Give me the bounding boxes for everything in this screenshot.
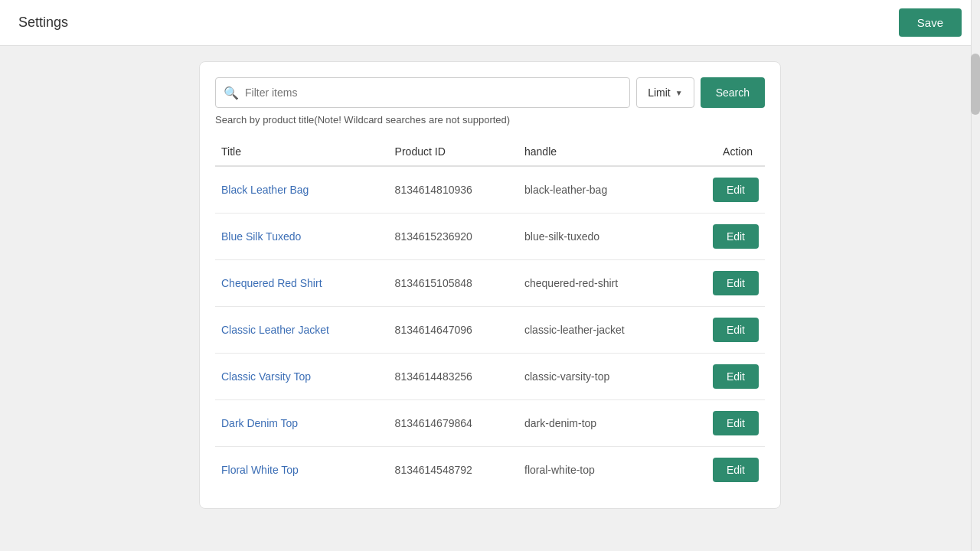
col-header-handle: handle	[518, 138, 681, 166]
table-row: Blue Silk Tuxedo8134615236920blue-silk-t…	[215, 214, 765, 260]
cell-handle: floral-white-top	[518, 447, 681, 494]
cell-title: Blue Silk Tuxedo	[215, 214, 389, 260]
table-row: Black Leather Bag8134614810936black-leat…	[215, 166, 765, 214]
edit-button[interactable]: Edit	[713, 458, 759, 482]
page-title: Settings	[18, 15, 68, 31]
table-row: Chequered Red Shirt8134615105848chequere…	[215, 260, 765, 307]
search-input-wrapper: 🔍	[215, 77, 630, 108]
table-row: Classic Varsity Top8134614483256classic-…	[215, 354, 765, 400]
cell-action: Edit	[681, 260, 765, 307]
header: Settings Save	[0, 0, 980, 46]
save-button[interactable]: Save	[899, 8, 962, 37]
cell-handle: classic-leather-jacket	[518, 307, 681, 354]
cell-action: Edit	[681, 354, 765, 400]
cell-title: Classic Varsity Top	[215, 354, 389, 400]
cell-product-id: 8134614679864	[389, 400, 518, 447]
cell-product-id: 8134614647096	[389, 307, 518, 354]
cell-action: Edit	[681, 214, 765, 260]
search-input[interactable]	[245, 86, 622, 99]
cell-handle: classic-varsity-top	[518, 354, 681, 400]
edit-button[interactable]: Edit	[713, 224, 759, 249]
cell-action: Edit	[681, 447, 765, 494]
cell-product-id: 8134614548792	[389, 447, 518, 494]
table-row: Dark Denim Top8134614679864dark-denim-to…	[215, 400, 765, 447]
cell-handle: blue-silk-tuxedo	[518, 214, 681, 260]
cell-title: Classic Leather Jacket	[215, 307, 389, 354]
edit-button[interactable]: Edit	[713, 271, 759, 295]
edit-button[interactable]: Edit	[713, 178, 759, 202]
edit-button[interactable]: Edit	[713, 411, 759, 435]
col-header-action: Action	[681, 138, 765, 166]
product-table: Title Product ID handle Action Black Lea…	[215, 138, 765, 493]
cell-handle: black-leather-bag	[518, 166, 681, 214]
limit-label: Limit	[648, 86, 671, 99]
col-header-product-id: Product ID	[389, 138, 518, 166]
edit-button[interactable]: Edit	[713, 364, 759, 389]
cell-action: Edit	[681, 307, 765, 354]
cell-title: Floral White Top	[215, 447, 389, 494]
cell-title: Black Leather Bag	[215, 166, 389, 214]
cell-action: Edit	[681, 400, 765, 447]
limit-dropdown-button[interactable]: Limit ▼	[636, 77, 694, 108]
cell-product-id: 8134614810936	[389, 166, 518, 214]
cell-title: Chequered Red Shirt	[215, 260, 389, 307]
search-icon: 🔍	[224, 86, 239, 100]
main-card: 🔍 Limit ▼ Search Search by product title…	[199, 61, 781, 509]
table-header: Title Product ID handle Action	[215, 138, 765, 166]
page-body: 🔍 Limit ▼ Search Search by product title…	[0, 46, 980, 524]
col-header-title: Title	[215, 138, 389, 166]
cell-handle: chequered-red-shirt	[518, 260, 681, 307]
cell-product-id: 8134614483256	[389, 354, 518, 400]
cell-product-id: 8134615105848	[389, 260, 518, 307]
scrollbar[interactable]	[971, 0, 980, 551]
search-row: 🔍 Limit ▼ Search	[215, 77, 765, 108]
table-row: Classic Leather Jacket8134614647096class…	[215, 307, 765, 354]
cell-handle: dark-denim-top	[518, 400, 681, 447]
scrollbar-thumb[interactable]	[971, 54, 980, 115]
table-row: Floral White Top8134614548792floral-whit…	[215, 447, 765, 494]
cell-title: Dark Denim Top	[215, 400, 389, 447]
chevron-down-icon: ▼	[675, 89, 683, 97]
table-body: Black Leather Bag8134614810936black-leat…	[215, 166, 765, 493]
search-button[interactable]: Search	[701, 77, 765, 108]
search-hint: Search by product title(Note! Wildcard s…	[215, 114, 765, 126]
edit-button[interactable]: Edit	[713, 318, 759, 342]
cell-product-id: 8134615236920	[389, 214, 518, 260]
cell-action: Edit	[681, 166, 765, 214]
